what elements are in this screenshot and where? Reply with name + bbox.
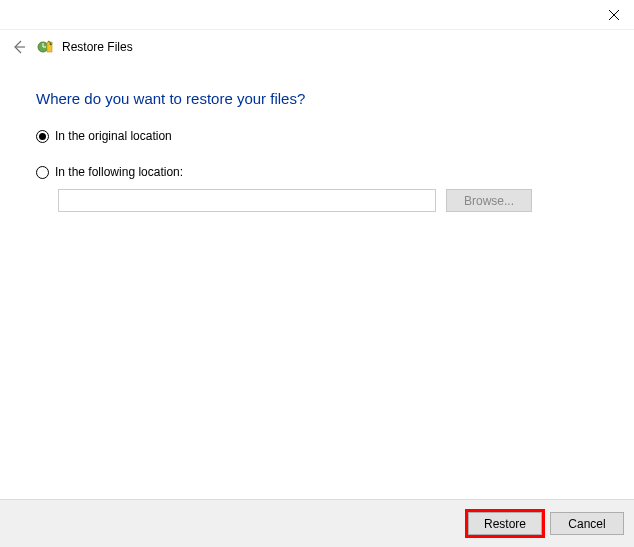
path-input[interactable] [58,189,436,212]
path-row: Browse... [58,189,598,212]
restore-files-icon [36,38,54,56]
page-title: Restore Files [62,40,133,54]
location-radio-group: In the original location In the followin… [36,129,598,212]
restore-button[interactable]: Restore [468,512,542,535]
radio-icon[interactable] [36,130,49,143]
radio-original-location[interactable]: In the original location [36,129,598,143]
back-arrow-icon[interactable] [10,38,28,56]
radio-label: In the following location: [55,165,183,179]
radio-following-location[interactable]: In the following location: [36,165,598,179]
titlebar [0,0,634,30]
browse-button[interactable]: Browse... [446,189,532,212]
radio-label: In the original location [55,129,172,143]
close-icon[interactable] [608,9,620,21]
heading: Where do you want to restore your files? [36,90,598,107]
content-area: Where do you want to restore your files?… [0,60,634,212]
header: Restore Files [0,30,634,60]
radio-icon[interactable] [36,166,49,179]
cancel-button[interactable]: Cancel [550,512,624,535]
footer: Restore Cancel [0,499,634,547]
